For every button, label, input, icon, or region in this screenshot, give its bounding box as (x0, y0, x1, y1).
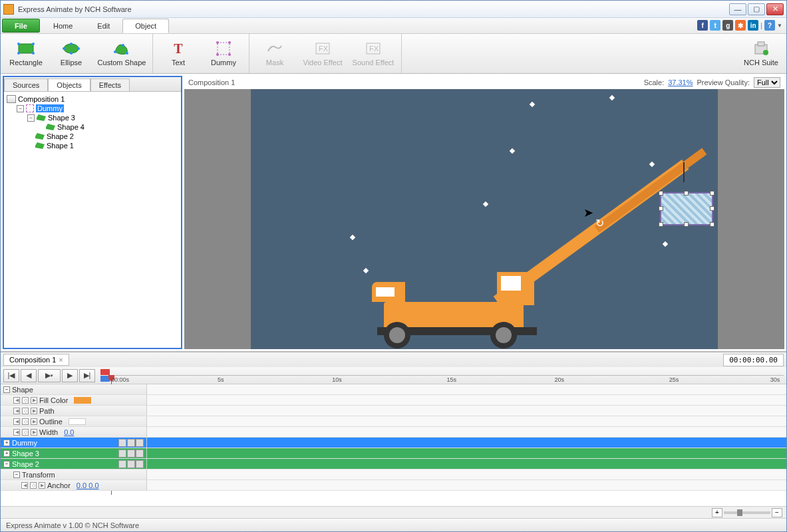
tree-shape1[interactable]: Shape 1 (7, 141, 178, 150)
timeline-ruler[interactable]: 00:00s 5s 10s 15s 20s 25s 30s (110, 375, 784, 376)
tree-shape4[interactable]: Shape 4 (7, 122, 178, 132)
zoom-slider[interactable] (724, 511, 770, 514)
step-forward-button[interactable]: ▶ (62, 369, 78, 382)
menu-object[interactable]: Object (122, 19, 169, 33)
quality-select[interactable]: Full (754, 77, 780, 88)
marker-red-icon[interactable] (100, 369, 110, 375)
lock-icon[interactable] (127, 439, 135, 447)
color-swatch[interactable] (69, 418, 86, 425)
svg-point-24 (763, 50, 768, 55)
svg-point-15 (228, 41, 231, 44)
object-tree[interactable]: Composition 1 − Dummy − Shape 3 Shape 4 (4, 92, 181, 348)
goto-start-button[interactable]: |◀ (3, 369, 19, 382)
color-swatch[interactable] (74, 397, 91, 404)
track-shape2[interactable]: −Shape 2 (1, 459, 786, 469)
step-back-button[interactable]: ◀ (21, 369, 37, 382)
canvas-viewport[interactable]: ➤ ↻ (184, 89, 784, 349)
tool-mask[interactable]: Mask (252, 35, 297, 72)
menu-edit[interactable]: Edit (85, 18, 122, 33)
tool-nch-suite[interactable]: NCH Suite (738, 35, 784, 72)
composition-stage[interactable]: ➤ ↻ (251, 89, 718, 349)
tool-rectangle[interactable]: Rectangle (3, 35, 49, 72)
svg-point-7 (70, 52, 73, 55)
track-list[interactable]: −Shape ◀◇▶Fill Color ◀◇▶Path ◀◇▶Outline … (1, 384, 786, 506)
blog-icon[interactable]: ✱ (735, 20, 746, 31)
timecode-display[interactable]: 00:00:00.00 (723, 354, 784, 366)
tool-video-effect[interactable]: FX Video Effect (297, 35, 348, 72)
separator-icon: | (760, 21, 762, 29)
cursor-icon: ➤ (583, 205, 593, 220)
tool-ellipse[interactable]: Ellipse (49, 35, 94, 72)
zoom-in-button[interactable]: + (712, 508, 722, 517)
dummy-node-icon (26, 104, 34, 112)
selected-object[interactable] (660, 192, 713, 225)
tab-effects[interactable]: Effects (90, 78, 130, 91)
track-dummy[interactable]: +Dummy (1, 438, 786, 448)
zoom-out-button[interactable]: − (772, 508, 782, 517)
svg-point-8 (63, 47, 65, 50)
twitter-icon[interactable]: t (710, 20, 720, 31)
play-button[interactable]: ▶▾ (38, 369, 61, 382)
close-tab-icon[interactable]: × (59, 356, 63, 364)
window-title: Express Animate by NCH Software (18, 5, 729, 13)
svg-rect-23 (758, 42, 764, 46)
tree-shape2[interactable]: Shape 2 (7, 132, 178, 141)
track-fill-color[interactable]: ◀◇▶Fill Color (1, 395, 786, 406)
nch-suite-icon (752, 41, 770, 57)
track-shape3[interactable]: +Shape 3 (1, 448, 786, 459)
svg-rect-13 (218, 43, 230, 55)
goto-end-button[interactable]: ▶| (79, 369, 95, 382)
left-panel: Sources Objects Effects Composition 1 − … (3, 76, 182, 349)
track-transform[interactable]: −Transform (1, 469, 786, 480)
help-dropdown-icon[interactable]: ▼ (777, 23, 782, 29)
svg-text:FX: FX (369, 45, 379, 53)
keyframe-icon[interactable]: ◇ (22, 397, 29, 404)
track-outline[interactable]: ◀◇▶Outline (1, 416, 786, 427)
svg-point-4 (32, 52, 35, 55)
shape-icon (37, 114, 46, 121)
rotate-icon: ↻ (595, 217, 604, 229)
timeline-tab[interactable]: Composition 1 × (3, 354, 69, 366)
google-icon[interactable]: g (722, 20, 733, 31)
svg-point-17 (228, 53, 231, 56)
minimize-button[interactable]: — (729, 3, 746, 15)
tool-sound-effect[interactable]: FX Sound Effect (348, 35, 398, 72)
linkedin-icon[interactable]: in (748, 20, 758, 31)
maximize-button[interactable]: ▢ (748, 3, 765, 15)
tree-shape3[interactable]: − Shape 3 (7, 113, 178, 122)
solo-icon[interactable] (136, 439, 144, 447)
svg-point-1 (17, 43, 20, 45)
eye-icon[interactable] (118, 439, 126, 447)
track-shape[interactable]: −Shape (1, 384, 786, 395)
track-anchor[interactable]: ◀◇▶Anchor0.0 0.0 (1, 480, 786, 491)
menu-home[interactable]: Home (41, 18, 85, 33)
svg-point-10 (114, 51, 116, 53)
svg-point-5 (64, 44, 79, 53)
collapse-icon[interactable]: − (17, 105, 24, 112)
tree-composition[interactable]: Composition 1 (7, 94, 178, 104)
mask-icon (265, 41, 284, 57)
tab-sources[interactable]: Sources (4, 78, 48, 91)
svg-point-11 (122, 44, 124, 47)
timeline-panel: Composition 1 × 00:00:00.00 |◀ ◀ ▶▾ ▶ ▶|… (1, 352, 786, 518)
scale-value[interactable]: 37.31% (668, 78, 693, 86)
facebook-icon[interactable]: f (697, 20, 708, 31)
help-icon[interactable]: ? (764, 20, 775, 31)
tool-dummy[interactable]: Dummy (201, 35, 246, 72)
tab-objects[interactable]: Objects (48, 78, 90, 91)
close-button[interactable]: ✕ (766, 3, 784, 15)
tool-text[interactable]: T Text (156, 35, 201, 72)
tool-custom-shape[interactable]: Custom Shape (94, 35, 150, 72)
marker-blue-icon[interactable] (100, 376, 110, 382)
track-width[interactable]: ◀◇▶Width0.0 (1, 427, 786, 438)
svg-point-9 (77, 47, 80, 50)
tree-dummy[interactable]: − Dummy (7, 104, 178, 113)
collapse-icon[interactable]: − (27, 114, 35, 122)
menu-file[interactable]: File (2, 19, 40, 33)
collapse-icon[interactable]: − (3, 386, 10, 393)
scale-label: Scale: (644, 78, 665, 86)
svg-point-6 (70, 43, 73, 45)
prev-keyframe-icon[interactable]: ◀ (13, 397, 20, 404)
track-path[interactable]: ◀◇▶Path (1, 406, 786, 416)
next-keyframe-icon[interactable]: ▶ (31, 397, 37, 404)
